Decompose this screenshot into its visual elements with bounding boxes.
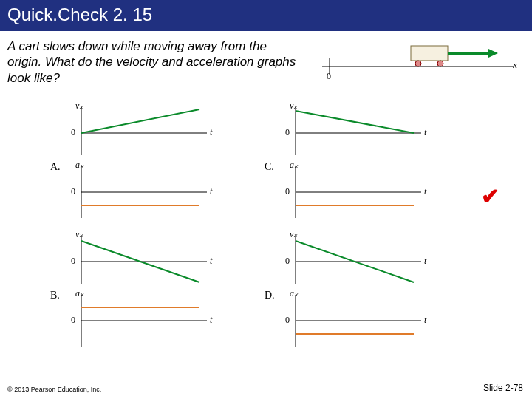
zero-label: 0 [285,256,290,267]
zero-label: 0 [71,186,75,197]
checkmark-icon: ✔ [481,183,499,209]
zero-label: 0 [71,256,75,267]
svg-rect-2 [411,46,448,61]
copyright: © 2013 Pearson Education, Inc. [7,386,101,393]
slide-title: Quick.Check 2. 15 [0,0,532,31]
vx-label: vₓ [290,100,297,112]
t-label: t [424,127,426,138]
cart-diagram [322,37,522,81]
vx-label: vₓ [290,229,297,240]
svg-line-15 [296,111,414,133]
option-d: D. vₓ 0 t aₓ 0 t [281,232,451,353]
zero-label: 0 [285,127,290,138]
origin-label: 0 [327,71,331,82]
ax-label: aₓ [75,288,83,299]
svg-line-9 [81,109,200,133]
t-label: t [210,127,212,138]
question-text: A cart slows down while moving away from… [7,38,303,86]
t-label: t [210,256,212,267]
option-a: A. vₓ 0 t aₓ 0 t [66,103,236,225]
options-grid: A. vₓ 0 t aₓ 0 t [66,103,466,353]
svg-point-4 [437,61,443,66]
option-a-label: A. [50,161,61,173]
option-d-graphs [281,232,436,350]
zero-label: 0 [71,127,75,138]
option-d-label: D. [265,290,275,301]
option-b-graphs [66,232,222,350]
option-c-label: C. [265,161,274,173]
slide: Quick.Check 2. 15 A cart slows down whil… [0,0,532,399]
ax-label: aₓ [75,160,83,171]
zero-label: 0 [71,315,75,326]
option-c-graphs [281,103,436,222]
t-label: t [424,186,426,197]
t-label: t [424,256,426,267]
t-label: t [424,315,426,326]
x-axis-label: x [513,59,517,71]
ax-label: aₓ [290,288,298,299]
option-b-label: B. [50,290,60,301]
svg-marker-6 [488,49,498,58]
svg-point-3 [415,61,421,66]
ax-label: aₓ [290,160,298,171]
vx-label: vₓ [75,100,83,112]
slide-number: Slide 2-78 [483,383,523,393]
vx-label: vₓ [75,229,83,240]
zero-label: 0 [285,186,290,197]
t-label: t [210,186,212,197]
option-a-graphs [66,103,222,222]
option-b: B. vₓ 0 t aₓ 0 t [66,232,236,353]
t-label: t [210,315,212,326]
zero-label: 0 [285,315,290,326]
option-c: C. vₓ 0 t aₓ 0 t [281,103,451,225]
